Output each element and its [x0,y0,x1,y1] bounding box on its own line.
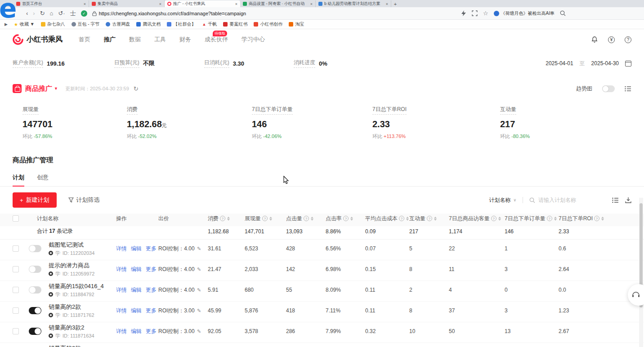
history-icon[interactable]: ↺· [58,10,65,16]
home-icon[interactable]: ⌂ [50,10,54,16]
forward-icon[interactable]: › [33,10,35,16]
tab-close-icon[interactable]: × [159,2,161,6]
date-start[interactable]: 2025-04-01 [546,60,573,67]
edit-link[interactable]: 编辑 [131,307,142,315]
detail-link[interactable]: 详情 [116,328,127,335]
tab-creative[interactable]: 创意 [37,174,49,186]
more-link[interactable]: 更多 [146,266,157,273]
date-range-picker[interactable]: 2025-04-01 至 2025-04-30 [546,60,631,67]
col-impressions[interactable]: 展现量? [245,215,286,222]
star-icon[interactable]: ☆ [483,10,488,16]
more-link[interactable]: 更多 [146,328,157,335]
plan-name[interactable]: 销量高的3款 [49,344,116,347]
plan-filter-button[interactable]: 计划筛选 [68,196,100,204]
metric-settings-icon[interactable] [625,86,631,92]
new-plan-button[interactable]: + 新建计划 [13,192,57,208]
row-checkbox[interactable] [13,328,19,334]
brand[interactable]: 小红书乘风 [13,34,63,45]
row-checkbox[interactable] [13,245,19,252]
plan-toggle[interactable] [29,328,41,335]
detail-link[interactable]: 详情 [116,286,127,294]
nav-data[interactable]: 数据 [129,36,141,44]
screenshot-icon[interactable] [472,10,478,16]
more-link[interactable]: 更多 [146,245,157,253]
browser-tab[interactable]: 集卖中商品 × [89,0,165,7]
plan-name[interactable]: 销量高的3款2 [49,323,116,332]
nav-partner[interactable]: 成长伙伴 待领取 [205,36,228,44]
calendar-icon[interactable] [625,61,631,67]
edit-link[interactable]: 编辑 [131,328,142,335]
security-shield-icon[interactable]: ✓ [81,10,87,17]
browser-tab[interactable]: 商品设置 - 阿奇索 · 小红书自动 × [240,0,316,7]
nav-tools[interactable]: 工具 [154,36,166,44]
tab-close-icon[interactable]: × [235,2,237,6]
lightning-icon[interactable] [461,10,466,16]
browser-tab-active[interactable]: 推广 - 小红书乘风 × [165,0,240,7]
plan-search[interactable] [529,197,606,203]
browser-notice[interactable]: 《荷塘月色》被检出高AI率 [494,10,555,17]
col-name[interactable]: 计划名称 [29,215,116,222]
browser-tab[interactable]: b 幼儿园劳动教育计划总结方案 × [316,0,391,7]
bookmark-item[interactable]: 古厘网盘 [106,21,130,27]
new-tab-button[interactable]: + [391,0,399,7]
tab-close-icon[interactable]: × [386,2,388,6]
edit-link[interactable]: 编辑 [131,266,142,273]
table-scrollbar[interactable] [639,198,643,347]
col-orders[interactable]: 7日总下单订单量? [505,215,559,222]
bookmark-item[interactable]: 杂七杂八 [41,21,65,27]
more-link[interactable]: 更多 [146,307,157,315]
tab-close-icon[interactable]: × [310,2,313,6]
col-ctr[interactable]: 点击率? [326,215,365,222]
plan-name[interactable]: 销量高的15款0416_4 [49,282,116,291]
chevron-down-icon[interactable]: ▼ [54,86,58,91]
plan-toggle[interactable] [29,245,41,252]
row-checkbox[interactable] [13,307,19,314]
bookmark-item[interactable]: 豆包 - 字节 [72,21,100,27]
nav-finance[interactable]: 财务 [179,36,191,44]
row-checkbox[interactable] [13,287,19,293]
nav-home[interactable]: 首页 [79,36,90,44]
plan-toggle[interactable] [29,307,41,314]
bookmark-item[interactable]: 要案红书 [223,21,247,27]
edit-bid-icon[interactable]: ✎ [197,246,201,251]
bookmark-item[interactable]: ★收藏 ▼ [14,21,35,27]
edit-link[interactable]: 编辑 [131,245,142,253]
plan-search-input[interactable] [538,197,597,203]
search-icon[interactable] [560,10,566,16]
edit-bid-icon[interactable]: ✎ [197,308,201,313]
nav-learning[interactable]: 学习中心 [242,36,265,44]
tab-plan[interactable]: 计划 [13,174,24,186]
select-all-checkbox[interactable] [13,215,19,222]
wallet-icon[interactable]: ¥ [608,36,615,43]
plan-name[interactable]: 销量高的2款 [49,303,116,311]
detail-link[interactable]: 详情 [116,307,127,315]
back-icon[interactable]: ‹ [26,10,28,16]
edit-bid-icon[interactable]: ✎ [197,267,201,272]
trend-chart-toggle[interactable] [602,85,615,92]
edit-bid-icon[interactable]: ✎ [197,287,201,293]
detail-link[interactable]: 详情 [116,266,127,273]
plan-toggle[interactable] [29,266,41,273]
tab-close-icon[interactable]: × [84,2,86,6]
col-cpc[interactable]: 平均点击成本? [365,215,409,222]
plan-name[interactable]: 截图笔记测试 [49,240,116,249]
search-field-select[interactable]: 计划名称 ∨ [489,196,516,204]
bookmark-item[interactable]: 【社群会】 [167,21,196,27]
more-link[interactable]: 更多 [146,286,157,294]
plan-toggle[interactable] [29,286,41,294]
bookmark-item[interactable]: 腾讯文档 [136,21,161,27]
help-icon[interactable]: ? [625,36,631,43]
plan-name[interactable]: 提示的潜力商品 [49,261,116,270]
edit-bid-icon[interactable]: ✎ [197,329,201,334]
refresh-data-icon[interactable]: ↻ [134,85,139,92]
col-visitors[interactable]: 7日总商品访客量? [449,215,505,222]
column-settings-icon[interactable] [612,197,619,203]
refresh-icon[interactable]: ↻ [40,10,45,16]
browser-tab[interactable]: 首页工作台 × [13,0,89,7]
bookmark-item[interactable]: 淘宝 [289,21,304,27]
bell-icon[interactable] [591,36,598,43]
download-icon[interactable] [625,197,631,203]
bookmark-page-icon[interactable]: ⼠ [70,10,76,16]
detail-link[interactable]: 详情 [116,245,127,253]
col-engagement[interactable]: 互动量? [409,215,449,222]
